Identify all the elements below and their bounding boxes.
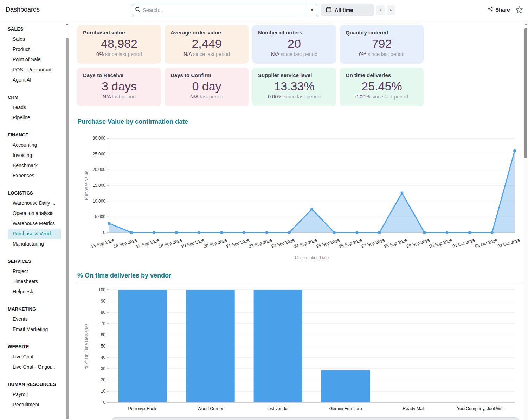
svg-text:01 Oct 2025: 01 Oct 2025	[452, 238, 476, 249]
sidebar-item-manufacturing[interactable]: Manufacturing	[8, 239, 61, 249]
sidebar-item-timesheets[interactable]: Timesheets	[8, 277, 61, 287]
sidebar-item-warehouse-daily[interactable]: Warehouse Daily ...	[8, 198, 61, 209]
sidebar-item-pos-restaurant[interactable]: POS - Restaurant	[8, 65, 61, 75]
kpi-delta: N/A since last period	[258, 51, 330, 57]
kpi-cards: Purchased value48,9820% since last perio…	[77, 25, 425, 106]
svg-text:80: 80	[101, 310, 106, 315]
search-bar[interactable]: ▾	[132, 4, 318, 16]
sidebar-section-sales: SALESSalesProductPoint of SalePOS - Rest…	[0, 24, 70, 85]
sidebar-item-point-of-sale[interactable]: Point of Sale	[8, 55, 61, 65]
sidebar-item-project[interactable]: Project	[8, 267, 61, 277]
svg-text:20,000: 20,000	[92, 167, 105, 172]
kpi-title: Purchased value	[83, 30, 155, 36]
svg-text:60: 60	[101, 332, 106, 337]
svg-text:% of On Time Deliveries: % of On Time Deliveries	[84, 324, 89, 369]
sidebar-item-events[interactable]: Events	[8, 314, 61, 325]
kpi-title: Number of orders	[258, 30, 330, 36]
sidebar-section-title: FINANCE	[0, 130, 70, 140]
share-label: Share	[495, 7, 510, 13]
svg-text:90: 90	[101, 299, 106, 304]
sidebar-section-title: HUMAN RESOURCES	[0, 380, 70, 390]
share-icon	[488, 6, 494, 13]
svg-text:Gemini Furniture: Gemini Furniture	[329, 406, 362, 411]
sidebar-item-email-marketing[interactable]: Email Marketing	[8, 325, 61, 335]
sidebar-section-title: CRM	[0, 93, 70, 103]
sidebar-item-live-chat-ongoi[interactable]: Live Chat - Ongoi...	[8, 362, 61, 373]
scroll-up-icon[interactable]: ▲	[66, 22, 69, 25]
sidebar-item-leads[interactable]: Leads	[8, 103, 61, 113]
favorite-star-icon[interactable]	[515, 6, 523, 14]
next-period-button[interactable]: ▸	[387, 5, 395, 15]
sidebar-item-recruitment[interactable]: Recruitment	[8, 400, 61, 410]
kpi-card-average-order-value: Average order value2,449N/A since last p…	[165, 25, 249, 64]
search-icon	[135, 7, 141, 14]
main-scrollbar-thumb[interactable]	[524, 28, 527, 158]
sidebar-scrollbar-thumb[interactable]	[66, 38, 69, 419]
sidebar-item-expenses[interactable]: Expenses	[8, 171, 61, 181]
sidebar-section-human-resources: HUMAN RESOURCESPayrollRecruitment	[0, 380, 70, 410]
share-button[interactable]: Share	[488, 6, 510, 13]
svg-text:25,000: 25,000	[92, 152, 105, 157]
divider	[77, 128, 522, 128]
kpi-value: 0 day	[170, 79, 243, 93]
sidebar-scrollbar[interactable]: ▲	[65, 20, 69, 420]
sidebar-item-benchmark[interactable]: Benchmark	[8, 161, 61, 171]
main-scrollbar[interactable]: ▲	[523, 20, 528, 420]
sidebar-item-pipeline[interactable]: Pipeline	[8, 113, 61, 123]
sidebar-section-crm: CRMLeadsPipeline	[0, 93, 70, 123]
svg-text:20: 20	[101, 377, 106, 382]
time-filter-button[interactable]: All time	[321, 4, 374, 16]
svg-text:40: 40	[101, 355, 106, 360]
sidebar-item-payroll[interactable]: Payroll	[8, 390, 61, 400]
kpi-delta: N/A since last period	[170, 51, 243, 57]
sidebar-item-sales[interactable]: Sales	[8, 34, 61, 45]
sidebar-item-purchase-vend[interactable]: Purchase & Vend...	[8, 229, 61, 239]
sidebar-section-title: SALES	[0, 24, 70, 34]
search-input[interactable]	[143, 7, 303, 13]
kpi-title: On time deliveries	[346, 72, 418, 78]
sidebar-item-invoicing[interactable]: Invoicing	[8, 151, 61, 161]
kpi-card-supplier-service-level: Supplier service level13.33%0.00% since …	[252, 68, 336, 106]
svg-text:0: 0	[103, 400, 105, 405]
chevron-down-icon: ▾	[311, 8, 313, 12]
svg-text:Confirmation Date: Confirmation Date	[295, 255, 329, 260]
sidebar-item-agent-ai[interactable]: Agent AI	[8, 75, 61, 85]
purchase-value-chart-section: Purchase Value by confirmation date 05,0…	[77, 118, 522, 263]
kpi-value: 48,982	[83, 37, 155, 51]
sidebar-item-helpdesk[interactable]: Helpdesk	[8, 287, 61, 297]
kpi-value: 2,449	[170, 37, 243, 51]
search-field-area[interactable]	[132, 4, 306, 16]
time-filter-label: All time	[335, 7, 353, 13]
svg-text:test vendor: test vendor	[267, 406, 289, 411]
kpi-value: 25.45%	[346, 79, 418, 93]
sidebar-item-product[interactable]: Product	[8, 45, 61, 55]
on-time-deliveries-chart-section: % On time deliveries by vendor 010203040…	[77, 272, 522, 420]
svg-text:17 Sep 2025: 17 Sep 2025	[136, 238, 160, 249]
kpi-delta: N/A last period	[83, 94, 155, 100]
svg-text:5,000: 5,000	[95, 214, 105, 219]
sidebar: SALESSalesProductPoint of SalePOS - Rest…	[0, 20, 70, 420]
sidebar-item-operation-analysis[interactable]: Operation analysis	[8, 209, 61, 219]
scroll-up-icon[interactable]: ▲	[524, 23, 527, 26]
sidebar-section-website: WEBSITELive ChatLive Chat - Ongoi...	[0, 342, 70, 373]
sidebar-item-live-chat[interactable]: Live Chat	[8, 352, 61, 362]
previous-period-button[interactable]: ◂	[376, 5, 385, 15]
kpi-delta: N/A last period	[170, 94, 243, 100]
svg-text:30: 30	[101, 366, 106, 371]
kpi-value: 13.33%	[258, 79, 330, 93]
svg-text:02 Oct 2025: 02 Oct 2025	[475, 238, 498, 249]
svg-text:100: 100	[98, 287, 105, 292]
svg-text:15,000: 15,000	[92, 183, 105, 188]
sidebar-section-title: LOGISTICS	[0, 188, 70, 198]
sidebar-section-title: SERVICES	[0, 256, 70, 267]
sidebar-item-warehouse-metrics[interactable]: Warehouse Metrics	[8, 219, 61, 229]
kpi-delta: 0.00% since last period	[346, 94, 418, 100]
sidebar-section-logistics: LOGISTICSWarehouse Daily ...Operation an…	[0, 188, 70, 249]
svg-text:16 Sep 2025: 16 Sep 2025	[113, 238, 138, 249]
svg-text:25 Sep 2025: 25 Sep 2025	[316, 238, 341, 249]
sidebar-item-accounting[interactable]: Accounting	[8, 140, 61, 151]
svg-text:19 Sep 2025: 19 Sep 2025	[181, 238, 205, 249]
kpi-delta: 0% since last period	[83, 51, 155, 57]
search-dropdown-toggle[interactable]: ▾	[306, 4, 318, 16]
kpi-value: 3 days	[83, 79, 155, 93]
